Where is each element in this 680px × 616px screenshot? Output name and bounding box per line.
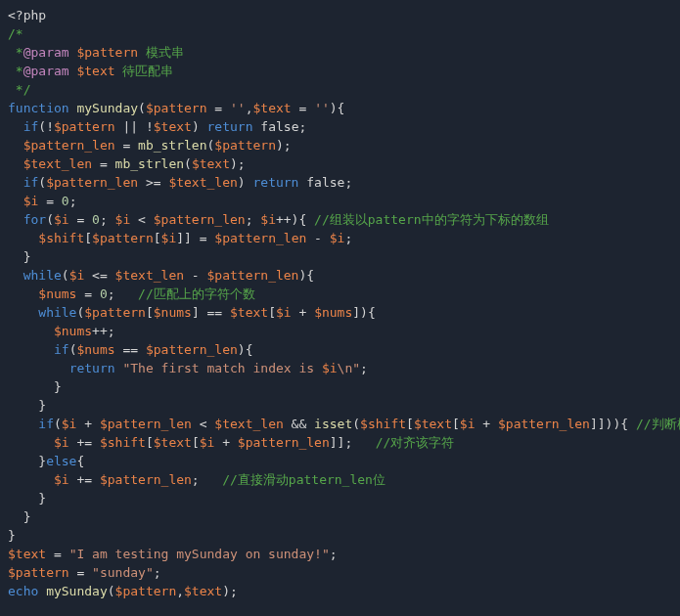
comment-line: */ bbox=[8, 82, 30, 97]
code-line: } bbox=[8, 379, 62, 394]
code-line: } bbox=[8, 398, 46, 413]
code-line: $pattern = "sunday"; bbox=[8, 565, 161, 580]
code-block: <?php /* *@param $pattern 模式串 *@param $t… bbox=[8, 6, 672, 600]
code-line: $pattern_len = mb_strlen($pattern); bbox=[8, 138, 292, 153]
code-line: $text_len = mb_strlen($text); bbox=[8, 156, 246, 171]
code-line: if($pattern_len >= $text_len) return fal… bbox=[8, 175, 352, 190]
code-line: return "The first match index is $i\n"; bbox=[8, 361, 368, 375]
code-line: for($i = 0; $i < $pattern_len; $i++){ //… bbox=[8, 212, 549, 227]
code-line: $text = "I am testing mySunday on sunday… bbox=[8, 547, 338, 561]
code-line: $i += $pattern_len; //直接滑动pattern_len位 bbox=[8, 472, 385, 487]
code-line: $shift[$pattern[$i]] = $pattern_len - $i… bbox=[8, 231, 352, 245]
code-line: $nums = 0; //匹配上的字符个数 bbox=[8, 286, 255, 301]
code-line: } bbox=[8, 491, 46, 506]
code-line: function mySunday($pattern = '',$text = … bbox=[8, 101, 344, 115]
code-line: } bbox=[8, 528, 16, 543]
code-line: $i += $shift[$text[$i + $pattern_len]]; … bbox=[8, 435, 454, 450]
code-line: echo mySunday($pattern,$text); bbox=[8, 584, 238, 598]
code-line: if($i + $pattern_len < $text_len && isse… bbox=[8, 417, 680, 431]
code-line: }else{ bbox=[8, 454, 84, 468]
doc-line: *@param $text 待匹配串 bbox=[8, 64, 173, 78]
code-line: if(!$pattern || !$text) return false; bbox=[8, 119, 306, 134]
code-line: if($nums == $pattern_len){ bbox=[8, 342, 252, 357]
doc-line: *@param $pattern 模式串 bbox=[8, 45, 184, 60]
code-line: $i = 0; bbox=[8, 194, 76, 208]
code-line: while($pattern[$nums] == $text[$i + $num… bbox=[8, 305, 376, 320]
php-open-tag: <?php bbox=[8, 8, 46, 22]
code-line: while($i <= $text_len - $pattern_len){ bbox=[8, 268, 314, 283]
code-line: } bbox=[8, 509, 30, 524]
code-line: } bbox=[8, 249, 30, 264]
comment-line: /* bbox=[8, 26, 23, 41]
code-line: $nums++; bbox=[8, 324, 115, 338]
